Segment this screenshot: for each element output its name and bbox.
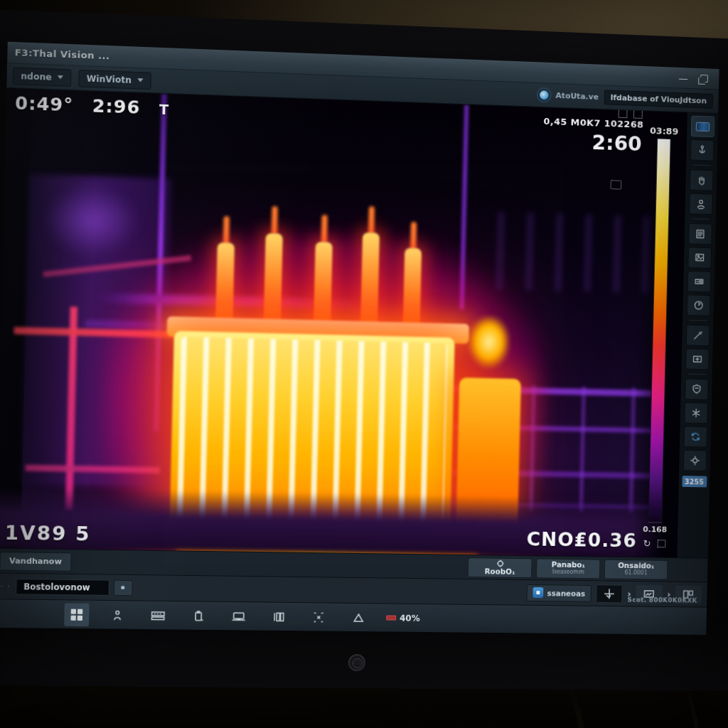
hand-pan-icon[interactable] (690, 169, 713, 191)
user-icon[interactable] (105, 603, 129, 626)
shield-icon[interactable] (685, 378, 708, 400)
reading-bottom-left: 1V89 5 (4, 521, 91, 545)
thermal-viewer[interactable]: 0:49° 2:96 T 0,45 M0K7 102268 2:60 1V89 … (0, 88, 687, 557)
image-gallery-icon[interactable] (687, 247, 711, 268)
viewer-corner-icons (619, 109, 643, 119)
keyboard-icon[interactable] (146, 604, 171, 627)
tool-name-field[interactable]: Bostolovonow (16, 578, 109, 595)
snowflake-icon[interactable] (684, 402, 707, 424)
account-name: AtoUta.ve (555, 91, 599, 102)
user-profile-icon[interactable] (689, 193, 712, 215)
button-onsaido[interactable]: Onsaido₁ 61.0001 (604, 559, 668, 579)
scale-max-label: 03:89 (650, 125, 678, 136)
account-area[interactable]: AtoUta.ve Ifdabase of ViouJdtson (538, 87, 713, 109)
screen: F3:Thal Vision ... — ndone WinViotn AtoU… (0, 42, 719, 635)
grid-overlay-icon[interactable] (633, 110, 643, 119)
account-avatar-icon (538, 89, 550, 101)
status-caption: Scot. 800K0K0KXK (628, 596, 697, 604)
battery-percent: 40% (400, 613, 420, 623)
reading-top-right-value: 2:60 (592, 130, 642, 156)
view-dropdown-label: WinViotn (87, 73, 132, 85)
chevron-down-icon (137, 78, 143, 82)
account-org-badge: Ifdabase of ViouJdtson (604, 90, 713, 108)
color-gradient-bar[interactable] (648, 138, 671, 523)
report-document-icon[interactable] (688, 223, 712, 245)
add-box-icon[interactable] (685, 348, 709, 370)
palette-swatch-icon[interactable] (690, 115, 714, 137)
windows-start-icon[interactable] (64, 603, 90, 626)
thermal-image (0, 88, 687, 557)
anchor-tool-icon[interactable] (690, 139, 714, 161)
active-layer-tab[interactable]: Vandhanow (0, 552, 72, 572)
divider (692, 164, 710, 166)
tool-options-button[interactable] (113, 579, 132, 596)
app-badge-icon (532, 587, 543, 598)
reading-bottom-right: CNO₤0.36 (526, 528, 637, 552)
button-sublabel: Iseaseomm (552, 569, 584, 575)
crosshair-tool[interactable] (596, 584, 623, 603)
count-badge[interactable]: 3255 (682, 476, 707, 487)
divider (689, 320, 707, 321)
monitor-brand-logo (348, 654, 366, 671)
battery-level-icon (386, 615, 396, 620)
warning-triangle-icon[interactable] (346, 606, 371, 628)
reading-value-1: 0:49° (15, 92, 74, 115)
search-field[interactable]: ssaneoas (526, 584, 592, 601)
reading-unit: T (159, 102, 170, 118)
laptop-icon[interactable] (226, 604, 251, 628)
fullscreen-icon[interactable] (619, 109, 628, 118)
panel-buttons: RoobO₁ Panabo₁ Iseaseomm Onsaido₁ 61.000… (468, 557, 668, 579)
expand-dots-icon[interactable] (306, 606, 331, 628)
minimize-button[interactable]: — (678, 74, 688, 81)
monitor: F3:Thal Vision ... — ndone WinViotn AtoU… (0, 9, 728, 691)
button-panabo[interactable]: Panabo₁ Iseaseomm (536, 558, 601, 579)
mode-dropdown-label: ndone (21, 71, 52, 82)
button-label: RoobO₁ (484, 567, 515, 576)
chevron-down-icon (58, 75, 63, 79)
battery-status: 40% (386, 613, 420, 623)
window-controls: — (678, 74, 712, 83)
mode-dropdown[interactable]: ndone (13, 67, 72, 86)
status-dots: · · (1, 582, 11, 589)
marker-icon[interactable] (611, 180, 622, 189)
scale-min-label: 0.168 (643, 525, 667, 534)
fit-scale-icon[interactable] (658, 540, 666, 547)
gauge-dial-icon[interactable] (686, 294, 710, 316)
view-dropdown[interactable]: WinViotn (78, 69, 151, 89)
button-sublabel: 61.0001 (624, 570, 647, 577)
label-tag-icon[interactable] (687, 271, 710, 292)
main-area: 0:49° 2:96 T 0,45 M0K7 102268 2:60 1V89 … (0, 88, 718, 558)
refresh-scale-icon[interactable]: ↻ (643, 538, 651, 549)
columns-icon[interactable] (267, 605, 291, 628)
app-title: F3:Thal Vision ... (15, 47, 110, 61)
maximize-button[interactable] (700, 75, 708, 82)
measure-wand-icon[interactable] (685, 325, 709, 346)
focus-points-icon[interactable] (682, 450, 706, 471)
battery-doc-icon[interactable] (186, 604, 211, 628)
reading-value-2: 2:96 (92, 95, 140, 118)
divider (687, 374, 705, 375)
button-roobo[interactable]: RoobO₁ (468, 557, 532, 578)
sync-icon[interactable] (683, 426, 707, 447)
divider (691, 218, 709, 220)
search-label: ssaneoas (547, 589, 586, 598)
